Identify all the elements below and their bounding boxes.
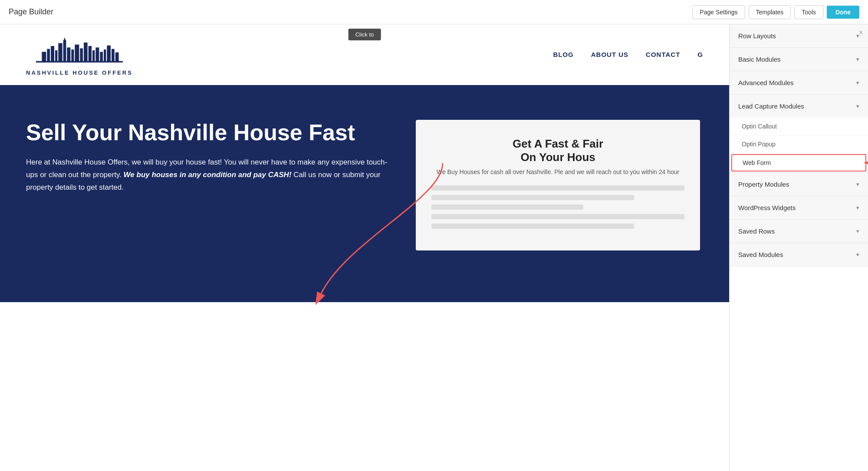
svg-rect-20 [36,61,123,63]
section-basic-modules: Basic Modules ▾ [730,48,868,71]
section-wordpress-widgets-header[interactable]: WordPress Widgets ▾ [730,196,868,219]
svg-rect-4 [58,43,62,62]
hero-section: Sell Your Nashville House Fast Here at N… [0,85,729,302]
chevron-property-modules: ▾ [856,181,859,188]
section-advanced-modules-title: Advanced Modules [738,79,794,86]
form-field-2 [431,195,634,200]
svg-rect-18 [112,49,115,62]
section-advanced-modules-header[interactable]: Advanced Modules ▾ [730,71,868,94]
section-saved-modules-title: Saved Modules [738,251,783,258]
site-preview: NASHVILLE HOUSE OFFERS BLOG ABOUT US CON… [0,24,729,471]
section-wordpress-widgets: WordPress Widgets ▾ [730,196,868,220]
logo-area: NASHVILLE HOUSE OFFERS [26,33,133,76]
svg-rect-3 [55,50,57,62]
topbar: Page Builder Page Settings Templates Too… [0,0,868,24]
canvas: Click to [0,24,729,471]
section-wordpress-widgets-title: WordPress Widgets [738,204,796,211]
svg-rect-16 [104,49,106,62]
form-sub: We Buy Houses for cash all over Nashvill… [431,168,684,177]
svg-rect-11 [84,43,88,62]
page-settings-button[interactable]: Page Settings [692,5,745,19]
section-saved-rows: Saved Rows ▾ [730,220,868,243]
svg-rect-2 [51,46,54,62]
svg-rect-13 [92,50,95,62]
done-button[interactable]: Done [827,6,859,19]
topbar-actions: Page Settings Templates Tools Done [692,5,859,19]
form-field-5 [431,224,634,229]
web-form-label: Web Form [743,159,771,166]
section-lead-capture: Lead Capture Modules ▾ Optin Callout Opt… [730,95,868,173]
chevron-basic-modules: ▾ [856,56,859,63]
chevron-saved-modules: ▾ [856,251,859,258]
nav-contact[interactable]: CONTACT [646,51,680,58]
section-basic-modules-header[interactable]: Basic Modules ▾ [730,48,868,71]
nav-blog[interactable]: BLOG [553,51,573,58]
nav-g[interactable]: G [697,51,703,58]
lead-capture-sub-items: Optin Callout Optin Popup Web Form [730,118,868,171]
hero-left: Sell Your Nashville House Fast Here at N… [26,120,398,194]
svg-rect-1 [47,49,50,62]
svg-rect-10 [80,48,83,62]
section-basic-modules-title: Basic Modules [738,56,781,63]
click-to-add-hint: Click to [349,29,381,40]
section-saved-rows-header[interactable]: Saved Rows ▾ [730,220,868,243]
optin-popup-item[interactable]: Optin Popup [730,135,868,153]
form-field-1 [431,185,684,191]
section-lead-capture-title: Lead Capture Modules [738,102,804,110]
logo-text: NASHVILLE HOUSE OFFERS [26,69,133,76]
page-builder-title: Page Builder [9,7,53,16]
section-saved-rows-title: Saved Rows [738,227,775,235]
hero-title: Sell Your Nashville House Fast [26,120,398,146]
section-advanced-modules: Advanced Modules ▾ [730,71,868,95]
site-nav: BLOG ABOUT US CONTACT G [553,51,703,58]
section-property-modules-title: Property Modules [738,181,789,188]
svg-rect-0 [42,52,46,62]
hero-body: Here at Nashville House Offers, we will … [26,156,398,194]
chevron-lead-capture: ▾ [856,103,859,109]
section-saved-modules: Saved Modules ▾ [730,243,868,267]
nav-about[interactable]: ABOUT US [591,51,628,58]
svg-rect-5 [63,40,66,62]
templates-button[interactable]: Templates [749,5,791,19]
form-title: Get A Fast & Fair On Your Hous [431,137,684,164]
main-area: Click to [0,24,868,471]
svg-rect-12 [89,46,92,62]
chevron-advanced-modules: ▾ [856,79,859,86]
svg-rect-7 [67,47,70,62]
form-field-4 [431,214,684,219]
hero-body-bold: We buy houses in any condition and pay C… [124,171,292,179]
chevron-saved-rows: ▾ [856,228,859,234]
section-property-modules: Property Modules ▾ [730,173,868,196]
section-row-layouts-title: Row Layouts [738,32,776,40]
svg-rect-9 [75,45,79,62]
svg-rect-19 [115,53,119,62]
svg-rect-15 [100,52,103,62]
svg-rect-17 [107,46,111,62]
svg-rect-14 [95,47,99,62]
web-form-item[interactable]: Web Form [731,154,866,171]
optin-callout-label: Optin Callout [742,123,777,130]
optin-callout-item[interactable]: Optin Callout [730,118,868,135]
logo-image [36,33,123,68]
form-field-3 [431,204,583,210]
panel-close-button[interactable]: × [859,29,863,36]
tools-button[interactable]: Tools [794,5,823,19]
section-lead-capture-header[interactable]: Lead Capture Modules ▾ [730,95,868,118]
svg-marker-6 [63,37,66,42]
optin-popup-label: Optin Popup [742,141,776,148]
section-property-modules-header[interactable]: Property Modules ▾ [730,173,868,196]
section-row-layouts-header[interactable]: Row Layouts ▾ [730,24,868,47]
svg-rect-8 [71,49,74,62]
chevron-wordpress-widgets: ▾ [856,204,859,211]
section-row-layouts: Row Layouts ▾ [730,24,868,48]
right-panel: × Row Layouts ▾ Basic Modules ▾ Advanced… [729,24,868,471]
section-saved-modules-header[interactable]: Saved Modules ▾ [730,243,868,266]
hero-form-card: Get A Fast & Fair On Your Hous We Buy Ho… [416,120,700,250]
